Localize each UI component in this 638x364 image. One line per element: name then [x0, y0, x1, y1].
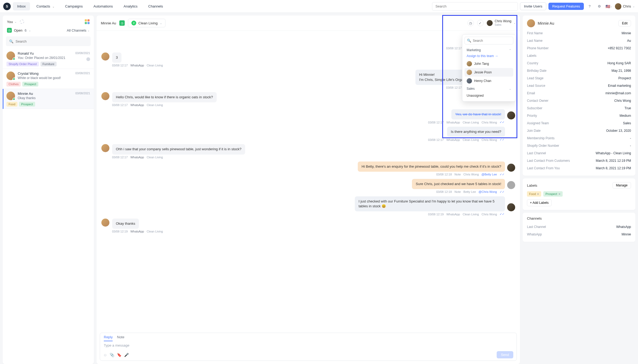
- settings-gear-icon[interactable]: ⚙: [597, 4, 602, 9]
- manage-labels-button[interactable]: Manage: [613, 182, 631, 189]
- assignee-dropdown[interactable]: Chris Wong Sales ⌄: [487, 20, 516, 26]
- message-meta: 03/08 12:19WhatsAppClean LivingChris Won…: [428, 212, 515, 216]
- field-label: Last Name: [527, 39, 543, 43]
- chevron-down-icon: ⌄: [514, 21, 516, 24]
- popover-search[interactable]: 🔍: [464, 37, 513, 44]
- nav-inbox[interactable]: Inbox: [13, 2, 30, 10]
- popover-search-input[interactable]: [473, 39, 511, 43]
- field-value: Minnie: [622, 31, 631, 35]
- sidebar-search[interactable]: 🔍: [6, 36, 91, 46]
- tag: Clothes: [6, 82, 21, 87]
- field-label: Membership Points: [527, 136, 555, 140]
- contact-field: Lead StageProspect: [527, 74, 631, 82]
- nav-automations[interactable]: Automations: [89, 2, 117, 10]
- channel-field: Last ChannelWhatsApp: [527, 223, 631, 231]
- send-button[interactable]: Send: [497, 351, 513, 358]
- remove-label-icon[interactable]: ✕: [558, 193, 560, 196]
- message-input[interactable]: Type a message: [100, 341, 517, 350]
- labels-heading: Labels: [527, 183, 537, 187]
- chevron-up-icon: ⌃: [509, 49, 511, 52]
- status-badge: ◷: [119, 20, 125, 26]
- contact-field: Shopify Order Number-: [527, 142, 631, 149]
- composer-tab-note[interactable]: Note: [117, 335, 124, 341]
- conversation-list-item[interactable]: Crystal Wong 03/08/2021 White or black w…: [3, 69, 94, 89]
- field-value: March 8, 2021 12:19 PM: [596, 166, 631, 170]
- message-bubble: Ohh i saw that your company sells pinewo…: [112, 144, 245, 154]
- nav-contacts[interactable]: Contacts ⌄: [32, 2, 59, 10]
- conversation-list-item[interactable]: Ronald Yu 03/08/2021 You: Order Placed o…: [3, 49, 94, 69]
- avatar: [6, 51, 15, 60]
- status-filter[interactable]: ◷ Open 6 ⌄: [7, 28, 31, 33]
- conversation-list-item[interactable]: Minnie Au 03/08/2021 Okay thanks FoodPro…: [3, 89, 94, 109]
- app-logo[interactable]: S: [3, 3, 11, 10]
- contact-field: Join DateOctober 13, 2020: [527, 127, 631, 134]
- composer-tab-reply[interactable]: Reply: [104, 335, 113, 341]
- chevron-down-icon: ⌄: [52, 5, 54, 8]
- field-label: Phone Number: [527, 46, 549, 50]
- mention: @Chris Wong: [479, 190, 497, 193]
- unassigned-label: Unassigned: [467, 94, 484, 97]
- avatar: [101, 144, 109, 152]
- field-value: Medium: [619, 114, 631, 118]
- inbox-owner-filter[interactable]: You ⌄: [7, 20, 24, 24]
- conv-item-preview: You: Order Placed on 28/01/2021: [18, 56, 90, 60]
- global-search-input[interactable]: [436, 4, 514, 8]
- conv-item-date: 03/08/2021: [75, 72, 90, 76]
- avatar: [467, 61, 472, 66]
- assign-link-label: Assign to this team: [467, 54, 494, 58]
- assignee-option-unassigned[interactable]: Unassigned: [464, 92, 513, 99]
- request-features-button[interactable]: Request Features: [548, 3, 584, 10]
- assignee-option[interactable]: John Tang: [464, 59, 513, 68]
- chevron-down-icon: ⌄: [87, 29, 90, 32]
- avatar: [507, 181, 515, 189]
- message-bubble: Sure Chris, just checked and we have 5 t…: [412, 179, 505, 189]
- global-search[interactable]: [432, 2, 518, 11]
- microphone-icon[interactable]: 🎤: [124, 353, 129, 357]
- invite-users-button[interactable]: Invite Users: [520, 2, 547, 10]
- field-label: Join Date: [527, 129, 541, 133]
- contact-field: First NameMinnie: [527, 29, 631, 37]
- nav-analytics[interactable]: Analytics: [119, 2, 142, 10]
- assign-to-team-link[interactable]: Assign to this team →: [464, 54, 513, 59]
- emoji-icon[interactable]: ☺: [103, 353, 107, 357]
- bookmark-icon[interactable]: 🔖: [117, 353, 121, 357]
- mark-done-check-icon[interactable]: ✓: [477, 20, 484, 26]
- team-group-sales[interactable]: Sales ⌄: [464, 85, 513, 92]
- channel-filter[interactable]: All Channels ⌄: [67, 28, 90, 32]
- field-value: +852 9221 7302: [608, 46, 631, 50]
- attachment-icon[interactable]: 📎: [110, 353, 114, 357]
- sidebar-search-input[interactable]: [16, 39, 87, 43]
- avatar: [6, 92, 15, 100]
- team-group-marketing[interactable]: Marketing ⌃: [464, 47, 513, 54]
- flag-icon: 🇺🇸: [606, 4, 610, 9]
- edit-button[interactable]: Edit: [618, 20, 631, 27]
- assignee-option[interactable]: Jessie Poon: [464, 68, 513, 77]
- history-clock-icon[interactable]: ◷: [467, 20, 474, 26]
- field-label: Shopify Order Number: [527, 144, 559, 148]
- locale-dropdown[interactable]: 🇺🇸⌄: [606, 4, 612, 9]
- assignee-option[interactable]: Henry Chan: [464, 77, 513, 85]
- unread-indicator: [86, 57, 90, 61]
- label-chip[interactable]: Food✕: [527, 191, 541, 197]
- field-value: October 13, 2020: [606, 129, 631, 133]
- add-labels-button[interactable]: + Add Labels: [527, 199, 552, 206]
- avatar: [467, 70, 472, 75]
- nav-channels[interactable]: Channels: [144, 2, 167, 10]
- remove-label-icon[interactable]: ✕: [537, 193, 539, 196]
- channel-selector[interactable]: ✆ Clean Living ⌄: [128, 19, 165, 27]
- nav-campaigns[interactable]: Campaigns: [61, 2, 87, 10]
- field-value: May 21, 1998: [611, 69, 631, 73]
- field-value: Au: [627, 39, 631, 43]
- label-chip[interactable]: Prospect✕: [543, 191, 562, 197]
- user-menu[interactable]: Chris ⌄: [615, 3, 635, 10]
- contact-field: Last Contact From CustomersMarch 8, 2021…: [527, 157, 631, 164]
- field-value: Prospect: [618, 76, 631, 80]
- message-bubble: Yes, we do have that in stock!: [451, 109, 505, 119]
- tag: Shopify Order Placed: [6, 62, 39, 66]
- assignee-popover: 🔍 Marketing ⌃ Assign to this team → John…: [462, 34, 516, 102]
- contact-field: Last Contact From YouMarch 8, 2021 12:19…: [527, 164, 631, 172]
- help-icon[interactable]: ?: [587, 4, 592, 9]
- avatar: [101, 52, 109, 61]
- message-bubble: Hi Betty, there's an enquiry for the pin…: [358, 162, 505, 172]
- view-grid-icon[interactable]: [85, 19, 90, 24]
